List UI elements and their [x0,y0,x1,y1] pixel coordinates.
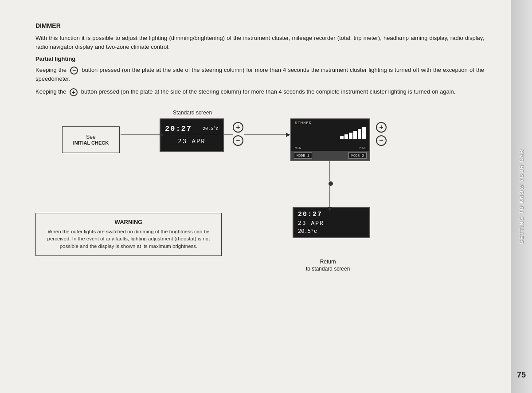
return-screen: 20:27 23 APR 20.5°c [293,207,370,238]
para1-start: Keeping the [35,67,66,73]
page-container: DIMMER With this function it is possible… [0,0,532,393]
main-content: DIMMER With this function it is possible… [0,0,511,393]
mode2-button[interactable]: MODE 2 [348,152,367,159]
para2: Keeping the + button pressed (on the pla… [35,87,484,96]
mode1-button[interactable]: MODE 1 [294,152,312,159]
svg-marker-4 [286,133,290,137]
section-title: DIMMER [35,22,484,29]
min-label: MIN [295,146,301,150]
diagram-area: Standard screen See INITIAL CHECK 20:27 … [35,110,484,260]
plus-inline-icon: + [70,88,78,96]
para1: Keeping the − button pressed (on the pla… [35,66,484,83]
warning-title: WARNING [43,219,214,225]
para2-end: button pressed (on the plate at the side… [81,88,456,95]
plus-button-1[interactable]: + [233,122,243,133]
lcd-standard-screen: 20:27 20.5°c 23 APR [160,118,224,152]
sidebar: GETTING TO KNOW YOUR CAR 75 [511,0,532,393]
para2-start: Keeping the [35,88,66,95]
see-check-box: See INITIAL CHECK [62,126,120,153]
max-label: MAX [360,146,366,150]
para1-end: button pressed (on the plate at the side… [35,67,484,82]
lcd-temp: 20.5°c [203,126,219,131]
dimmer-screen: DIMMER MIN MAX [290,118,370,161]
return-label: Return to standard screen [306,258,350,273]
page-number: 75 [511,370,532,380]
sidebar-text: GETTING TO KNOW YOUR CAR [519,149,524,244]
initial-check-label: INITIAL CHECK [73,140,109,145]
intro-text: With this function it is possible to adj… [35,34,484,51]
subsection-title: Partial lighting [35,55,484,62]
lcd-time: 20:27 [165,125,192,133]
warning-text: When the outer lights are switched on di… [43,228,214,250]
warning-box: WARNING When the outer lights are switch… [35,213,222,256]
minus-button-2[interactable]: – [376,135,387,146]
dimmer-screen-label: DIMMER [295,121,366,126]
see-label: See [86,134,95,140]
return-temp: 20.5°c [298,228,365,235]
standard-screen-label: Standard screen [173,110,212,116]
lcd-date: 23 APR [178,138,205,145]
dot-connector [329,181,333,186]
return-date: 23 APR [298,220,365,227]
minus-button-1[interactable]: – [233,135,243,146]
return-time: 20:27 [298,211,365,218]
plus-button-2[interactable]: + [376,122,387,133]
minus-inline-icon: − [70,67,78,75]
